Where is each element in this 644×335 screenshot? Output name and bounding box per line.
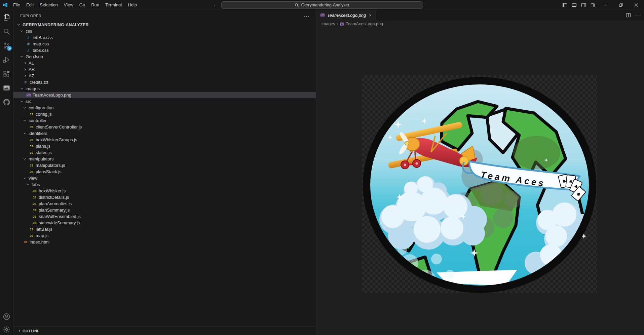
chevron-down-icon [22, 133, 27, 134]
title-bar: FileEditSelectionViewGoRunTerminalHelp ←… [0, 0, 644, 10]
image-file-icon [340, 22, 344, 26]
toggle-panel-icon[interactable] [569, 0, 579, 10]
split-editor-icon[interactable] [626, 13, 631, 18]
menu-go[interactable]: Go [76, 1, 88, 9]
tree-item-tabs-css[interactable]: #tabs.css [13, 47, 316, 53]
tree-item-plananomalies-js[interactable]: JSplanAnomalies.js [13, 200, 316, 207]
css-file-icon: # [26, 48, 31, 53]
settings-gear-icon[interactable] [0, 324, 13, 335]
tree-item-identifiers[interactable]: identifiers [13, 130, 316, 137]
tree-item-seawulfensembled-js[interactable]: JSseaWulfEnsembled.js [13, 213, 316, 220]
css-file-icon: # [26, 35, 31, 40]
menu-help[interactable]: Help [125, 1, 140, 9]
editor-group: TeamAcesLogo.png × ··· images › TeamAces… [316, 10, 644, 335]
tree-item-plansummary-js[interactable]: JSplanSummary.js [13, 207, 316, 213]
breadcrumb-file[interactable]: TeamAcesLogo.png [346, 22, 383, 26]
js-file-icon: JS [29, 138, 34, 142]
toggle-secondary-sidebar-icon[interactable] [579, 0, 588, 10]
search-sidebar-icon[interactable] [0, 24, 13, 38]
tree-item-states-js[interactable]: JSstates.js [13, 149, 316, 156]
chevron-right-icon [22, 62, 27, 64]
js-file-icon: JS [32, 189, 37, 193]
tree-item-plansstack-js[interactable]: JSplansStack.js [13, 169, 316, 175]
tree-item-manipulators[interactable]: manipulators [13, 156, 316, 162]
chevron-down-icon [19, 101, 24, 102]
tree-item-credits-txt[interactable]: ≡credits.txt [13, 79, 316, 85]
team-aces-logo-image[interactable]: Team Aces ♠ ♠ ♠ ♠ [362, 75, 597, 293]
tree-item-tabs[interactable]: tabs [13, 181, 316, 188]
outline-section[interactable]: OUTLINE [13, 326, 316, 335]
menu-edit[interactable]: Edit [23, 1, 37, 9]
github-icon[interactable] [0, 95, 13, 109]
explorer-icon[interactable] [0, 10, 13, 24]
tree-item-leftbar-js[interactable]: JSleftBar.js [13, 226, 316, 232]
source-control-icon[interactable] [0, 38, 13, 52]
tree-item-controller[interactable]: controller [13, 117, 316, 124]
customize-layout-icon[interactable] [588, 0, 598, 10]
tree-item-al[interactable]: AL [13, 60, 316, 66]
image-extension-icon[interactable] [0, 81, 13, 95]
tree-item-geojson[interactable]: GeoJson [13, 53, 316, 60]
toggle-primary-sidebar-icon[interactable] [560, 0, 569, 10]
breadcrumb-folder[interactable]: images [321, 22, 335, 26]
tree-item-teamaceslogo-png[interactable]: TeamAcesLogo.png [13, 92, 316, 98]
chevron-separator-icon: › [337, 22, 338, 26]
search-value: Gerrymandering-Analyzer [301, 3, 349, 7]
window-controls [560, 0, 644, 10]
js-file-icon: JS [32, 209, 37, 212]
menu-view[interactable]: View [61, 1, 76, 9]
chevron-right-icon [22, 69, 27, 70]
chevron-down-icon [22, 158, 27, 160]
text-file-icon: ≡ [23, 80, 28, 85]
html-file-icon: <> [23, 240, 28, 244]
close-tab-icon[interactable]: × [368, 13, 372, 18]
menu-file[interactable]: File [10, 1, 23, 9]
tree-item-gerrymandering-analyzer[interactable]: GERRYMANDERING-ANALYZER [13, 22, 316, 28]
close-window-button[interactable] [629, 0, 644, 10]
tree-item-src[interactable]: src [13, 98, 316, 105]
menu-selection[interactable]: Selection [37, 1, 61, 9]
vscode-window: FileEditSelectionViewGoRunTerminalHelp ←… [0, 0, 644, 335]
minimize-button[interactable] [598, 0, 613, 10]
tree-item-images[interactable]: images [13, 85, 316, 92]
js-file-icon: JS [32, 215, 37, 218]
tree-item-statewidesummary-js[interactable]: JSstatewideSummary.js [13, 220, 316, 226]
tree-item-boxwhisker-js[interactable]: JSboxWhisker.js [13, 188, 316, 194]
tree-item-view[interactable]: view [13, 175, 316, 181]
tree-item-css[interactable]: css [13, 28, 316, 34]
tree-item-boxwhiskergroups-js[interactable]: JSboxWhiskerGroups.js [13, 137, 316, 143]
js-file-icon: JS [29, 164, 34, 167]
chevron-down-icon [19, 30, 24, 32]
menu-run[interactable]: Run [88, 1, 102, 9]
command-center-search[interactable]: Gerrymandering-Analyzer [221, 1, 423, 9]
chevron-down-icon [22, 107, 27, 109]
tree-item-clientservercontroller-js[interactable]: JSclientServerController.js [13, 124, 316, 130]
tree-item-districtdetails-js[interactable]: JSdistrictDetails.js [13, 194, 316, 200]
tab-teamaceslogo[interactable]: TeamAcesLogo.png × [316, 10, 376, 20]
image-file-icon [320, 13, 325, 17]
tab-label: TeamAcesLogo.png [327, 13, 366, 18]
accounts-icon[interactable] [0, 309, 13, 324]
editor-more-actions-icon[interactable]: ··· [635, 12, 641, 18]
chevron-down-icon [22, 177, 27, 179]
restore-button[interactable] [613, 0, 629, 10]
tree-item-configuration[interactable]: configuration [13, 105, 316, 111]
tree-item-az[interactable]: AZ [13, 73, 316, 79]
tree-item-leftbar-css[interactable]: #leftBar.css [13, 34, 316, 41]
tree-item-map-css[interactable]: #map.css [13, 41, 316, 47]
run-debug-icon[interactable] [0, 52, 13, 67]
menu-bar: FileEditSelectionViewGoRunTerminalHelp [10, 0, 140, 10]
back-icon[interactable]: ← [212, 2, 219, 8]
js-file-icon: JS [29, 170, 34, 174]
tree-item-config-js[interactable]: JSconfig.js [13, 111, 316, 117]
tree-item-ar[interactable]: AR [13, 66, 316, 73]
tree-item-manipulators-js[interactable]: JSmanipulators.js [13, 162, 316, 169]
menu-terminal[interactable]: Terminal [102, 1, 125, 9]
extensions-icon[interactable] [0, 67, 13, 81]
explorer-more-actions-icon[interactable]: ··· [302, 13, 312, 19]
tree-item-map-js[interactable]: JSmap.js [13, 232, 316, 239]
js-file-icon: JS [29, 125, 34, 129]
tree-item-plans-js[interactable]: JSplans.js [13, 143, 316, 149]
tree-item-index-html[interactable]: <>index.html [13, 239, 316, 245]
sidebar-title: EXPLORER [20, 14, 41, 18]
